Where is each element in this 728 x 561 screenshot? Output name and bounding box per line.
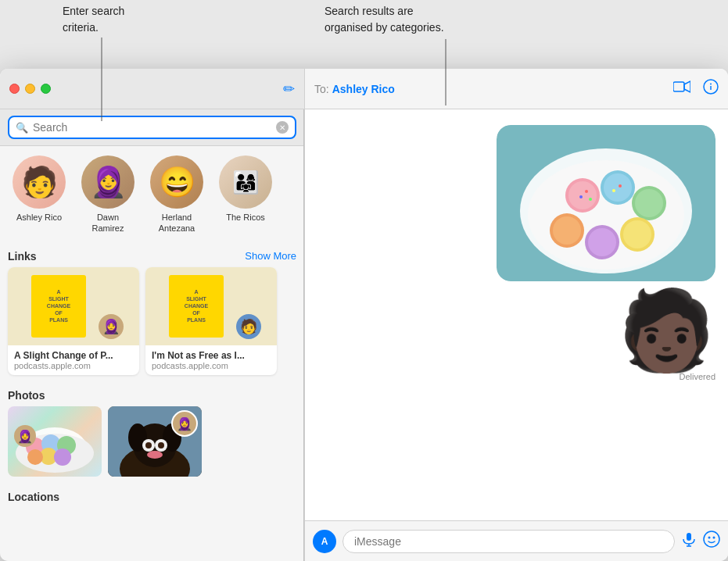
- search-input-wrapper[interactable]: 🔍 ✕: [8, 116, 296, 139]
- info-icon: [703, 79, 719, 95]
- link-card-url-1: podcasts.apple.com: [14, 361, 133, 370]
- svg-point-42: [588, 228, 616, 256]
- macarons-message: [497, 125, 715, 281]
- svg-point-44: [553, 216, 581, 245]
- sidebar-titlebar: ✏: [0, 69, 304, 109]
- contact-name-dawn: DawnRamirez: [92, 212, 124, 234]
- chat-header: To: Ashley Rico: [305, 69, 728, 109]
- photo-dog[interactable]: 🧕: [108, 406, 202, 477]
- macarons-svg: 🧕: [8, 406, 102, 477]
- search-icon: 🔍: [16, 122, 28, 134]
- audio-icon: [681, 531, 697, 547]
- podcast-note-1: ASLIGHTCHANGEOFPLANS: [31, 275, 86, 338]
- podcast-bg-1: ASLIGHTCHANGEOFPLANS 🧕: [8, 267, 139, 345]
- contact-name-ricos: The Ricos: [226, 212, 265, 223]
- link-card-body-1: A Slight Change of P... podcasts.apple.c…: [8, 345, 139, 375]
- svg-point-36: [604, 173, 632, 202]
- chat-header-actions: [673, 79, 719, 98]
- search-clear-button[interactable]: ✕: [276, 121, 289, 134]
- svg-point-40: [623, 220, 651, 248]
- svg-point-53: [704, 531, 719, 547]
- emoji-button[interactable]: [703, 531, 720, 552]
- memoji-figure: 🧑🏿: [618, 291, 715, 369]
- annotation-overlay: Enter searchcriteria. Search results are…: [0, 0, 728, 69]
- macarons-image: 🧕: [8, 406, 102, 477]
- svg-rect-50: [687, 533, 691, 541]
- avatar-herland: 😄: [150, 155, 203, 209]
- delivered-label: Delivered: [680, 372, 715, 381]
- recipient-name[interactable]: Ashley Rico: [332, 83, 673, 95]
- photos-section-header: Photos: [8, 383, 296, 406]
- links-title: Links: [8, 250, 37, 263]
- sidebar-separator: [303, 109, 304, 561]
- video-call-button[interactable]: [673, 80, 690, 97]
- show-more-button[interactable]: Show More: [245, 250, 296, 262]
- link-card-image-2: ASLIGHTCHANGEOFPLANS 🧑: [145, 267, 277, 345]
- contact-ricos[interactable]: 👨‍👩‍👧 The Ricos: [214, 155, 277, 234]
- compose-button[interactable]: ✏: [283, 80, 295, 98]
- audio-button[interactable]: [681, 531, 697, 551]
- links-section: Links Show More ASLIGHTCHANGEOFPLANS 🧕: [0, 244, 304, 383]
- dog-image: 🧕: [108, 406, 202, 477]
- close-button[interactable]: [9, 84, 20, 94]
- right-callout: Search results areorganised by categorie…: [325, 3, 444, 36]
- message-input[interactable]: [342, 530, 675, 553]
- memoji-message: 🧑🏿 Delivered: [618, 291, 715, 381]
- avatar-ashley: 🧑: [13, 155, 66, 209]
- photos-section: Photos: [0, 383, 304, 484]
- contact-name-ashley: Ashley Rico: [16, 212, 62, 223]
- svg-point-49: [612, 189, 615, 192]
- main-window: ✏ 🔍 ✕ 🧑 Ashley Rico 🧕 DawnRamirez 😄 Herl…: [0, 69, 728, 561]
- svg-rect-24: [673, 82, 684, 91]
- locations-title: Locations: [0, 484, 304, 506]
- svg-point-55: [713, 536, 715, 538]
- svg-point-19: [145, 442, 152, 448]
- svg-point-46: [579, 195, 583, 198]
- link-card-body-2: I'm Not as Free as I... podcasts.apple.c…: [145, 345, 277, 375]
- podcast-avatar-1: 🧕: [99, 314, 124, 339]
- video-icon: [673, 80, 690, 93]
- appstore-button[interactable]: A: [313, 530, 336, 553]
- avatar-ricos: 👨‍👩‍👧: [219, 155, 272, 209]
- contact-herland[interactable]: 😄 HerlandAntezana: [145, 155, 208, 234]
- link-card-1[interactable]: ASLIGHTCHANGEOFPLANS 🧕 A Slight Change o…: [8, 267, 139, 375]
- svg-marker-25: [684, 81, 690, 92]
- search-input[interactable]: [33, 121, 271, 134]
- contact-dawn[interactable]: 🧕 DawnRamirez: [77, 155, 139, 234]
- svg-point-9: [27, 449, 43, 465]
- links-grid: ASLIGHTCHANGEOFPLANS 🧕 A Slight Change o…: [8, 267, 296, 383]
- svg-point-38: [635, 189, 663, 217]
- photo-macarons[interactable]: 🧕: [8, 406, 102, 477]
- info-button[interactable]: [703, 79, 719, 98]
- left-callout: Enter searchcriteria.: [63, 3, 124, 36]
- maximize-button[interactable]: [41, 84, 51, 94]
- dog-svg: 🧕: [108, 406, 202, 477]
- svg-point-34: [568, 181, 597, 209]
- macarons-chat-img: [497, 125, 715, 281]
- chat-messages: 🧑🏿 Delivered: [305, 109, 728, 520]
- svg-point-28: [710, 84, 712, 85]
- chat-panel: To: Ashley Rico: [305, 69, 728, 561]
- svg-point-45: [585, 190, 588, 193]
- sidebar: ✏ 🔍 ✕ 🧑 Ashley Rico 🧕 DawnRamirez 😄 Herl…: [0, 69, 305, 561]
- appstore-icon: A: [321, 536, 328, 547]
- contact-name-herland: HerlandAntezana: [159, 212, 195, 234]
- svg-point-21: [147, 451, 163, 459]
- link-card-2[interactable]: ASLIGHTCHANGEOFPLANS 🧑 I'm Not as Free a…: [145, 267, 277, 375]
- link-card-image-1: ASLIGHTCHANGEOFPLANS 🧕: [8, 267, 139, 345]
- svg-text:🧕: 🧕: [177, 416, 192, 431]
- svg-point-20: [158, 442, 164, 448]
- emoji-icon: [703, 531, 720, 548]
- traffic-lights: [9, 84, 51, 94]
- locations-section: Locations: [0, 484, 304, 506]
- minimize-button[interactable]: [25, 84, 35, 94]
- svg-text:🧕: 🧕: [17, 429, 33, 444]
- link-card-title-1: A Slight Change of P...: [14, 350, 133, 361]
- podcast-note-2: ASLIGHTCHANGEOFPLANS: [169, 275, 224, 338]
- link-card-title-2: I'm Not as Free as I...: [152, 350, 271, 361]
- contact-ashley[interactable]: 🧑 Ashley Rico: [8, 155, 70, 234]
- links-section-header: Links Show More: [8, 244, 296, 267]
- podcast-bg-2: ASLIGHTCHANGEOFPLANS 🧑: [145, 267, 277, 345]
- chat-input-bar: A: [305, 520, 728, 561]
- podcast-avatar-2: 🧑: [236, 314, 261, 339]
